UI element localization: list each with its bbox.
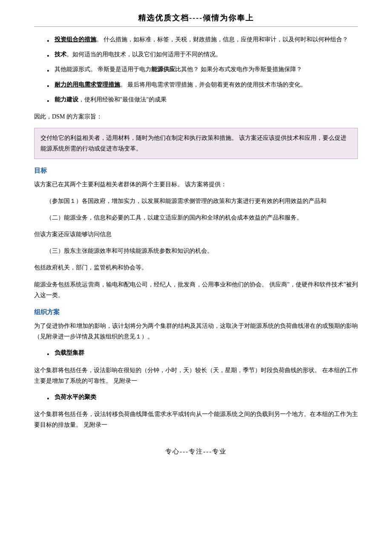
section-title-mubiao: 目标	[34, 167, 358, 175]
bullet-text: 负载型集群	[55, 348, 358, 358]
bold-label: 投资组合的措施	[55, 36, 96, 43]
mubiao-para1: 该方案已在其两个主要利益相关者群体的两个主要目标。 该方案将提供：	[34, 179, 358, 190]
bullet-dot: •	[47, 50, 49, 62]
bullet-dot: •	[47, 81, 49, 92]
list-item: • 能力建设，使利用经验和"最佳做法"的成果	[34, 95, 358, 107]
bullet-dot: •	[47, 349, 49, 360]
list-item: • 其他能源形式。 帝斯曼是适用于电力能源供应比其他？ 如果分布式发电作为帝斯曼…	[34, 64, 358, 77]
normal-text: ，使利用经验和"最佳做法"的成果	[78, 96, 167, 103]
bullet-text: 技术。如何适当的用电技术，以及它们如何适用于不同的情况。	[55, 49, 358, 60]
bullet-dot: •	[47, 95, 49, 107]
bold-label: 负载型集群	[55, 350, 84, 356]
bold-label: 能力建设	[55, 96, 78, 103]
normal-text: 。 最后将用电需求管理措施，并会朝着更有效的使用技术市场的变化。	[120, 81, 307, 88]
list-item: • 负荷水平的聚类	[34, 392, 358, 405]
bullet-text: 投资组合的措施。 什么措施，如标准，标签，关税，财政措施，信息，应使用和审计，以…	[55, 35, 358, 45]
bullet-text: 能力建设，使利用经验和"最佳做法"的成果	[55, 95, 358, 105]
mubiao-para7: 能源业务包括系统运营商，输电和配电公司，经纪人，批发商，公用事业和他们的协会。 …	[34, 279, 358, 301]
content-area: • 投资组合的措施。 什么措施，如标准，标签，关税，财政措施，信息，应使用和审计…	[34, 35, 358, 431]
highlight-box: 交付给它的利益相关者，适用材料，随时为他们在制定和执行政策和措施。 该方案还应该…	[34, 128, 358, 159]
zuzhi-para3: 这个集群将包括任务，设法转移负荷曲线降低需求水平或转向从一个能源系统之间的负载到…	[34, 409, 358, 430]
list-item: • 耐力的用电需求管理措施。 最后将用电需求管理措施，并会朝着更有效的使用技术市…	[34, 80, 358, 92]
mubiao-para2: （参加国１）各国政府，增加实力，以发展和能源需求侧管理的政策和方案进行更有效的利…	[46, 196, 358, 206]
bold-label: 技术	[55, 51, 66, 58]
mubiao-para5: （三）股东主张能源效率和可持续能源系统参数和知识的机会。	[46, 246, 358, 256]
mubiao-para4: 但该方案还应该能够访问信息	[34, 229, 358, 240]
zuzhi-bullet-list: • 负载型集群	[34, 348, 358, 360]
bold-label: 耐力的用电需求管理措施	[55, 81, 120, 88]
normal-text: 。如何适当的用电技术，以及它们如何适用于不同的情况。	[66, 51, 222, 58]
zuzhi-para2: 这个集群将包括任务，设法影响在很短的（分钟，小时，天）较长（天，星期，季节）时段…	[34, 365, 358, 386]
bullet-dot: •	[47, 35, 49, 47]
mubiao-para3: （二）能源业务，信息和必要的工具，以建立适应新的国内和全球的机会成本效益的产品和…	[46, 212, 358, 223]
header-title: 精选优质文档----倾情为你奉上	[34, 13, 358, 27]
list-item: • 投资组合的措施。 什么措施，如标准，标签，关税，财政措施，信息，应使用和审计…	[34, 35, 358, 47]
normal-text: 。 什么措施，如标准，标签，关税，财政措施，信息，应使用和审计，以及何时和以何种…	[96, 36, 349, 43]
bullet-dot: •	[47, 65, 49, 77]
dsm-intro-paragraph: 因此，DSM 的方案宗旨：	[34, 111, 358, 122]
bullet-text: 负荷水平的聚类	[55, 392, 358, 402]
bold-label: 负荷水平的聚类	[55, 394, 96, 400]
bullet-list: • 投资组合的措施。 什么措施，如标准，标签，关税，财政措施，信息，应使用和审计…	[34, 35, 358, 107]
zuzhi-para1: 为了促进协作和增加的影响，该计划将分为两个集群的结构及其活动，这取决于对能源系统…	[34, 321, 358, 342]
footer-title: 专心---专注---专业	[34, 448, 358, 456]
section-title-zuzhi: 组织方案	[34, 308, 358, 316]
zuzhi-bullet-list2: • 负荷水平的聚类	[34, 392, 358, 405]
list-item: • 技术。如何适当的用电技术，以及它们如何适用于不同的情况。	[34, 49, 358, 62]
list-item: • 负载型集群	[34, 348, 358, 360]
page-container: 精选优质文档----倾情为你奉上 • 投资组合的措施。 什么措施，如标准，标签，…	[0, 0, 392, 555]
bullet-text: 其他能源形式。 帝斯曼是适用于电力能源供应比其他？ 如果分布式发电作为帝斯曼措施…	[55, 64, 358, 75]
bullet-dot: •	[47, 393, 49, 405]
mubiao-para6: 包括政府机关，部门，监管机构和协会等。	[34, 262, 358, 273]
bullet-text: 耐力的用电需求管理措施。 最后将用电需求管理措施，并会朝着更有效的使用技术市场的…	[55, 80, 358, 90]
